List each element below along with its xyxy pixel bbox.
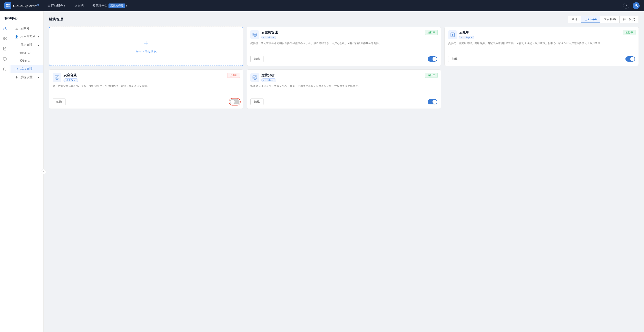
svg-rect-11 bbox=[4, 47, 6, 48]
svg-text:¥: ¥ bbox=[452, 34, 453, 36]
log-icon: ☰ bbox=[15, 44, 18, 47]
module-info-vm-mgmt: 云主机管理 v1.1.0-pre bbox=[261, 30, 437, 39]
svg-rect-16 bbox=[253, 33, 257, 35]
svg-rect-19 bbox=[254, 34, 254, 34]
chevron-down-icon: ▾ bbox=[38, 35, 39, 38]
logo-text: CloudExplorerLite bbox=[13, 4, 39, 8]
nav-platform-label: 云管理平台 bbox=[92, 4, 108, 8]
sidebar-item-sys-log[interactable]: 系统日志 bbox=[10, 57, 44, 65]
help-button[interactable]: ? bbox=[623, 3, 629, 9]
module-version-vm-mgmt: v1.1.0-pre bbox=[261, 36, 276, 39]
module-name-cloud-bill: 云账单 bbox=[459, 30, 635, 35]
svg-rect-3 bbox=[8, 6, 10, 8]
module-footer-cloud-bill: 卸载 bbox=[448, 56, 635, 62]
module-name-security: 安全合规 bbox=[64, 73, 240, 77]
toggle-security[interactable] bbox=[230, 99, 240, 104]
nav-platform-tag[interactable]: 系统管理员 bbox=[108, 4, 125, 8]
main-content: 模块管理 全部 已安装(4) 未安装(0) 待升级(0) + 点击上传模块包 运… bbox=[44, 11, 644, 332]
sidebar-log-mgmt-label: 日志管理 bbox=[20, 43, 32, 47]
module-desc-cloud-bill: 提供统一的费用管理、费用分摊、自定义多维度账单功能，可作为企业的云资源成本分析中… bbox=[448, 41, 635, 53]
status-badge-cloud-bill: 运行中 bbox=[623, 30, 636, 35]
sidebar: 管理中心 ☁ 云账号 👤 bbox=[0, 11, 44, 332]
svg-rect-12 bbox=[3, 58, 6, 60]
products-grid-icon: ☰ bbox=[47, 4, 50, 8]
nav-products[interactable]: ☰ 产品服务 ▾ bbox=[46, 3, 67, 9]
sidebar-item-log-mgmt[interactable]: ☰ 日志管理 ▴ bbox=[10, 41, 44, 49]
toggle-vm-mgmt[interactable] bbox=[428, 56, 437, 62]
module-header-security: 安全合规 v1.1.0-pre bbox=[52, 73, 240, 82]
module-version-ops-analysis: v1.1.0-pre bbox=[261, 78, 276, 82]
upload-card[interactable]: + 点击上传模块包 bbox=[49, 27, 243, 66]
plus-icon: + bbox=[144, 39, 148, 48]
avatar[interactable] bbox=[633, 2, 640, 9]
sidebar-user-tenant-label: 用户与租户 bbox=[20, 35, 36, 39]
status-badge-security: 已停止 bbox=[227, 73, 240, 78]
filter-tab-upgradable[interactable]: 待升级(0) bbox=[620, 16, 638, 23]
module-name-vm-mgmt: 云主机管理 bbox=[261, 30, 437, 35]
sidebar-module-mgmt-label: 模块管理 bbox=[20, 67, 32, 71]
filter-tabs: 全部 已安装(4) 未安装(0) 待升级(0) bbox=[568, 16, 639, 23]
not-installed-count: (0) bbox=[612, 18, 616, 21]
nav-products-label: 产品服务 bbox=[51, 4, 63, 8]
unload-button-ops-analysis[interactable]: 卸载 bbox=[250, 99, 264, 105]
sidebar-icon-shield bbox=[1, 66, 8, 74]
header-right: ? bbox=[623, 2, 640, 9]
sidebar-item-op-log[interactable]: 操作日志 bbox=[10, 49, 44, 57]
svg-rect-6 bbox=[3, 37, 4, 38]
status-badge-ops-analysis: 运行中 bbox=[425, 73, 438, 78]
toggle-ops-analysis[interactable] bbox=[428, 99, 437, 104]
module-name-ops-analysis: 运营分析 bbox=[261, 73, 437, 77]
logo-lite: Lite bbox=[36, 4, 39, 6]
module-footer-security: 卸载 bbox=[52, 99, 240, 105]
header: CloudExplorerLite ☰ 产品服务 ▾ ⌂ 首页 云管理平台 系统… bbox=[0, 0, 644, 11]
ops-analysis-icon bbox=[250, 73, 259, 82]
module-card-cloud-bill: 运行中 ¥ 云账单 v1.1.0-pre 提供统一的费用管理、费用分摊、自定义多… bbox=[444, 27, 639, 66]
svg-rect-0 bbox=[6, 4, 8, 6]
cloud-bill-icon: ¥ bbox=[448, 30, 457, 39]
module-info-ops-analysis: 运营分析 v1.1.0-pre bbox=[261, 73, 437, 82]
sidebar-item-user-tenant[interactable]: 👤 用户与租户 ▾ bbox=[10, 33, 44, 41]
sidebar-item-sys-settings[interactable]: ⚙ 系统设置 ▾ bbox=[10, 73, 44, 82]
module-icon: ⬡ bbox=[15, 68, 18, 71]
chevron-down-icon: ▾ bbox=[64, 5, 65, 7]
toggle-cloud-bill[interactable] bbox=[626, 56, 635, 62]
logo: CloudExplorerLite bbox=[4, 2, 39, 9]
sidebar-collapse-button[interactable]: ‹ bbox=[41, 169, 46, 174]
nav-home-label: 首页 bbox=[78, 4, 84, 8]
sidebar-op-log-label: 操作日志 bbox=[19, 51, 30, 55]
upgradable-count: (0) bbox=[632, 18, 635, 21]
logo-icon bbox=[4, 2, 11, 9]
module-card-security: 已停止 安全合规 v1.1.0-pre bbox=[49, 70, 243, 109]
security-icon bbox=[52, 73, 61, 82]
filter-tab-installed[interactable]: 已安装(4) bbox=[581, 16, 600, 23]
vm-mgmt-icon bbox=[250, 30, 259, 39]
module-desc-vm-mgmt: 提供统一的云主机生命周期管理操作和监控界面；基于用户管理体系，用户可创建、可操作… bbox=[250, 41, 437, 53]
sidebar-item-module-mgmt[interactable]: ⬡ 模块管理 bbox=[10, 65, 44, 73]
module-header-cloud-bill: ¥ 云账单 v1.1.0-pre bbox=[448, 30, 635, 39]
sidebar-icon-save bbox=[1, 45, 8, 53]
layout: 管理中心 ☁ 云账号 👤 bbox=[0, 11, 644, 332]
unload-button-vm-mgmt[interactable]: 卸载 bbox=[250, 56, 264, 62]
page-title: 模块管理 bbox=[49, 17, 63, 22]
module-footer-ops-analysis: 卸载 bbox=[250, 99, 437, 105]
chevron-up-icon: ▴ bbox=[38, 44, 39, 47]
unload-button-security[interactable]: 卸载 bbox=[52, 99, 66, 105]
sidebar-item-cloud-account[interactable]: ☁ 云账号 bbox=[10, 24, 44, 33]
chevron-down-icon: ▾ bbox=[38, 76, 39, 79]
svg-rect-7 bbox=[5, 37, 6, 38]
svg-rect-2 bbox=[6, 6, 8, 8]
module-header-vm-mgmt: 云主机管理 v1.1.0-pre bbox=[250, 30, 437, 39]
nav-platform-breadcrumb: 云管理平台 系统管理员 ▾ bbox=[92, 4, 127, 8]
module-desc-ops-analysis: 能够对企业现有的云资源从分布、容量、使用情况等多个维度进行分析，并提供资源优化建… bbox=[250, 84, 437, 96]
breadcrumb-chevron-icon: ▾ bbox=[126, 5, 127, 7]
upload-text: 点击上传模块包 bbox=[135, 50, 157, 54]
filter-tab-all[interactable]: 全部 bbox=[568, 16, 581, 23]
filter-tab-not-installed[interactable]: 未安装(0) bbox=[600, 16, 620, 23]
status-badge-vm-mgmt: 运行中 bbox=[425, 30, 438, 35]
module-card-vm-mgmt: 运行中 云主机管理 v1.1.0-p bbox=[247, 27, 441, 66]
svg-rect-1 bbox=[8, 4, 10, 6]
sidebar-icon-users bbox=[1, 25, 8, 33]
unload-button-cloud-bill[interactable]: 卸载 bbox=[448, 56, 461, 62]
svg-rect-10 bbox=[4, 47, 6, 50]
nav-home[interactable]: ⌂ 首页 bbox=[73, 3, 86, 9]
